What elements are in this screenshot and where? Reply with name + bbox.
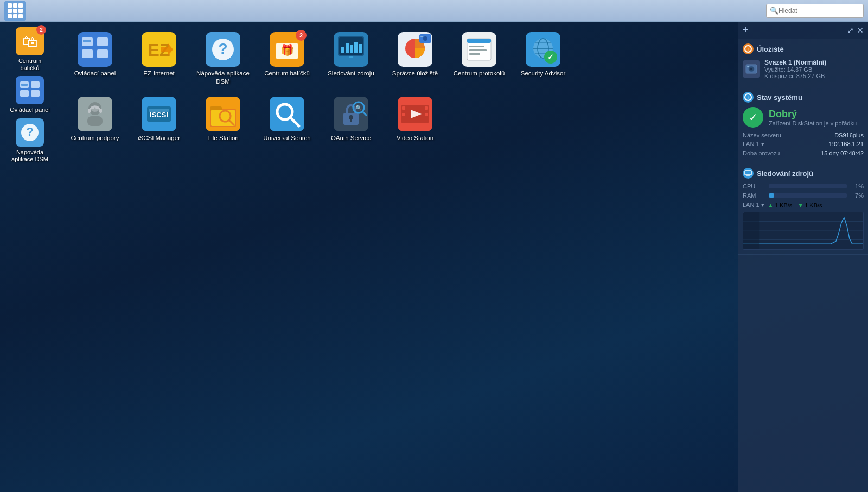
status-text-group: Dobrý Zařízení DiskStation je v pořádku [769, 109, 857, 127]
taskbar: 🔍 [0, 0, 868, 22]
storage-section-icon: i [743, 43, 754, 54]
grid-icon [8, 3, 23, 18]
control-panel-icon-sidebar [16, 76, 44, 104]
monitor-section-icon [743, 168, 754, 179]
sidebar-packages-label: Centrum balíčků [8, 58, 52, 72]
system-status-section: i Stav systému ✓ Dobrý Zařízení DiskStat… [738, 87, 868, 163]
lan-label-status[interactable]: LAN 1 ▾ [743, 141, 764, 148]
storage-volume-available: K dispozici: 875.27 GB [764, 73, 864, 79]
app-video-station[interactable]: Video Station [385, 94, 445, 144]
file-station-icon [206, 97, 240, 131]
app-resource-monitor-label: Sledování zdrojů [328, 70, 374, 78]
lan-up-speed: ▲ 1 KB/s [768, 202, 792, 209]
sidebar-item-packages[interactable]: 🛍 2 Centrum balíčků [8, 27, 52, 72]
app-oauth-service[interactable]: 🔍 OAuth Service [321, 94, 381, 144]
app-storage-manager[interactable]: Správce úložiště [385, 30, 445, 88]
system-status-label: Stav systému [757, 93, 802, 102]
packages-badge: 2 [36, 25, 46, 35]
storage-info: Svazek 1 (Normální) Využito: 14.37 GB K … [764, 59, 864, 79]
svg-text:i: i [748, 95, 749, 100]
taskbar-search-box[interactable]: 🔍 [766, 4, 864, 18]
resource-monitor-section: Sledování zdrojů CPU 1% RAM 7% LAN 1 [738, 163, 868, 255]
svg-rect-16 [97, 49, 108, 58]
app-packages-center[interactable]: 🎁 2 Centrum balíčků [257, 30, 317, 88]
control-panel-icon [78, 32, 112, 67]
status-section-icon: i [743, 92, 754, 103]
app-support-center[interactable]: Centrum podpory [65, 94, 125, 144]
cpu-pct: 1% [850, 183, 864, 190]
arrow-down-icon: ▼ [797, 202, 803, 209]
panel-close-button[interactable]: ✕ [857, 26, 864, 35]
search-icon: 🔍 [770, 7, 778, 15]
sidebar-item-help[interactable]: ? Nápověda aplikace DSM [8, 118, 52, 163]
app-file-station-label: File Station [207, 134, 239, 142]
sidebar-item-control-panel[interactable]: Ovládací panel [8, 76, 52, 113]
panel-controls: — ⤢ ✕ [837, 26, 864, 35]
svg-rect-4 [31, 81, 40, 88]
app-grid-row2: Centrum podpory iSCSI iSCSI Manager [65, 94, 573, 144]
app-security-advisor[interactable]: ✓ Security Advisor [513, 30, 573, 88]
app-universal-search-label: Universal Search [263, 134, 311, 142]
svg-text:?: ? [26, 125, 33, 138]
svg-rect-8 [21, 84, 28, 86]
app-ez-internet-label: EZ-Internet [143, 70, 175, 78]
svg-rect-37 [349, 56, 353, 58]
svg-rect-63 [87, 116, 103, 126]
svg-point-98 [750, 68, 752, 70]
help-dsm-icon: ? [206, 32, 240, 67]
svg-rect-82 [350, 118, 352, 122]
storage-volume-name: Svazek 1 (Normální) [764, 59, 864, 66]
app-help-dsm[interactable]: ? Nápověda aplikace DSM [193, 30, 253, 88]
uptime-row: Doba provozu 15 dny 07:48:42 [743, 150, 864, 156]
search-input[interactable] [778, 7, 854, 15]
svg-rect-46 [469, 46, 484, 47]
help-icon-sidebar: ? [16, 118, 44, 147]
app-resource-monitor[interactable]: Sledování zdrojů [321, 30, 381, 88]
app-file-station[interactable]: File Station [193, 94, 253, 144]
universal-search-icon [270, 97, 304, 131]
app-iscsi-manager-label: iSCSI Manager [138, 134, 180, 142]
panel-minimize-button[interactable]: — [837, 26, 844, 35]
ram-progress-bg [769, 193, 847, 198]
log-center-icon [462, 32, 496, 67]
svg-text:?: ? [218, 40, 227, 57]
storage-volume-used: Využito: 14.37 GB [764, 66, 864, 73]
lan-down-speed: ▼ 1 KB/s [797, 202, 822, 209]
storage-section: i Úložiště Svazek 1 (Normální) Využito: … [738, 39, 868, 87]
svg-rect-18 [83, 40, 91, 42]
app-log-center-label: Centrum protokolů [454, 70, 505, 78]
svg-rect-93 [425, 113, 428, 116]
svg-text:🔍: 🔍 [355, 104, 362, 111]
lan-monitor-label[interactable]: LAN 1 ▾ [743, 201, 765, 209]
app-iscsi-manager[interactable]: iSCSI iSCSI Manager [129, 94, 189, 144]
app-grid: Ovládací panel EZ EZ-Internet [65, 30, 573, 144]
sidebar-controlpanel-label: Ovládací panel [10, 106, 49, 113]
app-control-panel-label: Ovládací panel [74, 70, 116, 78]
app-universal-search[interactable]: Universal Search [257, 94, 317, 144]
storage-disk-icon [743, 60, 760, 78]
storage-item: Svazek 1 (Normální) Využito: 14.37 GB K … [743, 59, 864, 79]
app-ez-internet[interactable]: EZ EZ-Internet [129, 30, 189, 88]
app-security-advisor-label: Security Advisor [521, 70, 565, 78]
app-video-station-label: Video Station [397, 134, 433, 142]
lan-up-value: 1 KB/s [775, 202, 792, 209]
panel-add-button[interactable]: + [743, 24, 749, 36]
app-control-panel[interactable]: Ovládací panel [65, 30, 125, 88]
svg-rect-107 [743, 212, 760, 249]
cpu-progress-bg [769, 184, 847, 188]
panel-expand-button[interactable]: ⤢ [847, 26, 854, 35]
apps-menu-button[interactable] [4, 1, 26, 21]
svg-rect-69 [149, 109, 169, 112]
iscsi-manager-icon: iSCSI [142, 97, 176, 131]
app-log-center[interactable]: Centrum protokolů [449, 30, 509, 88]
uptime-label: Doba provozu [743, 150, 780, 156]
svg-rect-31 [341, 47, 344, 53]
svg-point-41 [423, 36, 427, 41]
lan-speeds: ▲ 1 KB/s ▼ 1 KB/s [768, 202, 822, 209]
sidebar-icons: 🛍 2 Centrum balíčků Ovládací panel [8, 27, 52, 163]
svg-rect-33 [350, 45, 353, 53]
cpu-label: CPU [743, 183, 765, 190]
oauth-service-icon: 🔍 [334, 97, 368, 131]
lan-row-status: LAN 1 ▾ 192.168.1.21 [743, 141, 864, 148]
svg-rect-64 [88, 109, 91, 113]
